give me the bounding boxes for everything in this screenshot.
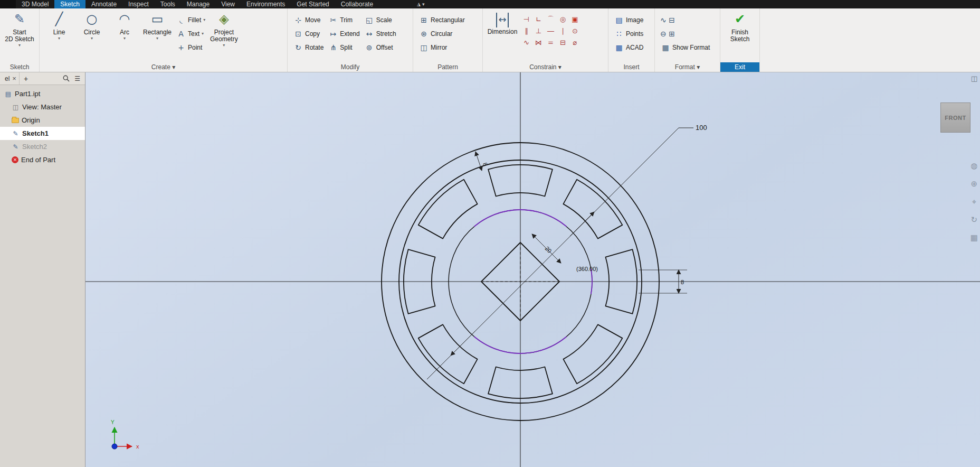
close-tab-icon[interactable]: ×	[12, 74, 16, 82]
ribbon-button-move[interactable]: ⊹Move	[291, 13, 326, 27]
ribbon-button-lock-constraint[interactable]: ▣	[569, 14, 581, 25]
menu-tab-get-started[interactable]: Get Started	[291, 0, 335, 8]
dimension-slot-width-label[interactable]: 8	[482, 162, 489, 166]
ribbon-button-parallel-constraint[interactable]: ∥	[521, 26, 532, 36]
chevron-down-icon: ▾	[223, 43, 225, 48]
ribbon-button-fix-constraint[interactable]: ◎	[557, 14, 568, 25]
ribbon-button-offset[interactable]: ⊚Offset	[362, 41, 398, 54]
ribbon-button-point[interactable]: +Point	[174, 41, 207, 54]
ribbon-group-content: ╱Line▾○Circle▾◠Arc▾▭Rectangle▾◟Fillet▾AT…	[40, 8, 287, 62]
browser-item-view-master[interactable]: ◫View: Master	[0, 100, 85, 114]
ribbon-button-finish-sketch[interactable]: ✔FinishSketch	[724, 10, 756, 43]
ribbon-group-label[interactable]: Create ▾	[40, 62, 287, 72]
chevron-down-icon: ▾	[156, 36, 158, 41]
look-at-icon[interactable]: ▦	[971, 233, 978, 242]
ribbon-button-rotate[interactable]: ↻Rotate	[291, 41, 326, 54]
ribbon-button-vertical-constraint[interactable]: ∣	[557, 26, 568, 36]
dimension-diameter[interactable]: 100	[427, 124, 707, 379]
ribbon-button-show-constraints[interactable]: ⊟	[557, 38, 568, 48]
browser-menu-icon[interactable]: ☰	[72, 75, 83, 82]
menu-tab-environments[interactable]: Environments	[241, 0, 291, 8]
ribbon-button-tangent-constraint[interactable]: ⊙	[569, 26, 581, 36]
ribbon-button-mirror[interactable]: ◫Mirror	[416, 41, 467, 54]
ribbon-button-project-geometry[interactable]: ◈ProjectGeometry▾	[207, 10, 240, 48]
menu-tab-view[interactable]: View	[215, 0, 241, 8]
browser-item-label: Sketch2	[22, 143, 47, 151]
ribbon-button-line[interactable]: ╱Line▾	[43, 10, 75, 41]
ribbon-button-equal-constraint[interactable]: =	[545, 38, 556, 48]
ribbon-button-start-2d-sketch[interactable]: ✎Start2D Sketch▾	[3, 10, 36, 48]
ribbon-button-points[interactable]: ∷Points	[612, 27, 645, 41]
dimension-slot-height-label[interactable]: 8	[681, 279, 684, 285]
ribbon-button-arc[interactable]: ◠Arc▾	[108, 10, 141, 41]
app-logo[interactable]	[0, 0, 16, 8]
ribbon-button-fillet[interactable]: ◟Fillet▾	[174, 13, 207, 27]
ribbon-button-dimension[interactable]: ↔Dimension	[486, 10, 519, 35]
ribbon-button-text[interactable]: AText▾	[174, 27, 207, 41]
browser-item-end-of-part[interactable]: ×End of Part	[0, 153, 85, 166]
ribbon-button-trim[interactable]: ✂Trim	[326, 13, 361, 27]
ribbon-button-stretch[interactable]: ↔Stretch	[362, 27, 398, 41]
ribbon-button-centerline-toggle[interactable]: ⊖ ⊞	[658, 27, 712, 41]
menu-tab-sketch[interactable]: Sketch	[54, 0, 85, 8]
slot-4[interactable]	[418, 180, 478, 239]
origin-point[interactable]	[112, 444, 117, 449]
ribbon-button-symmetric-constraint[interactable]: ⋈	[533, 38, 544, 48]
sketch-canvas[interactable]: 100 20 (360.00) 8	[85, 72, 980, 467]
ribbon-button-rectangle[interactable]: ▭Rectangle▾	[141, 10, 174, 41]
ribbon-button-concentric-constraint[interactable]: ⌒	[545, 14, 556, 25]
menu-tab-tools[interactable]: Tools	[155, 0, 181, 8]
ribbon-button-smooth-constraint[interactable]: ∿	[521, 38, 532, 48]
pan-icon[interactable]: ⊕	[971, 179, 978, 189]
circle-icon: ○	[87, 11, 98, 28]
menu-tab-inspect[interactable]: Inspect	[122, 0, 155, 8]
search-icon[interactable]	[61, 75, 72, 82]
viewcube-front-face[interactable]: FRONT	[945, 115, 966, 121]
ribbon-group-label[interactable]: Constrain ▾	[483, 62, 608, 72]
slot-2[interactable]	[563, 180, 622, 239]
ribbon-button-constraint-settings[interactable]: ⌀	[569, 38, 581, 48]
menu-tab-annotate[interactable]: Annotate	[85, 0, 122, 8]
ribbon-group-label[interactable]: Pattern	[413, 62, 482, 72]
ribbon-group-label[interactable]: Format ▾	[655, 62, 720, 72]
ribbon-button-coincident-constraint[interactable]: ⊣	[521, 14, 532, 25]
dimension-square-label[interactable]: 20	[544, 245, 553, 254]
ribbon-button-circular-pattern[interactable]: ⊛Circular	[416, 27, 467, 41]
slot-6[interactable]	[418, 324, 478, 384]
ribbon-button-rectangular-pattern[interactable]: ⊞Rectangular	[416, 13, 467, 27]
ribbon-button-acad[interactable]: ▦ACAD	[612, 41, 645, 54]
ribbon-button-show-format[interactable]: ▦Show Format	[658, 41, 712, 54]
browser-tab[interactable]: el ×	[2, 72, 20, 85]
ribbon-group-label[interactable]: Insert	[608, 62, 654, 72]
ribbon-group-label[interactable]: Sketch	[0, 62, 39, 72]
add-tab-button[interactable]: +	[20, 74, 32, 83]
canvas-maximize-icon[interactable]: ◫	[971, 74, 977, 82]
zoom-icon[interactable]: ⌖	[971, 197, 978, 207]
ribbon-button-construction-toggle[interactable]: ∿ ⊟	[658, 13, 712, 27]
ribbon-button-circle[interactable]: ○Circle▾	[75, 10, 108, 41]
navigation-wheel-icon[interactable]: ◍	[971, 161, 978, 171]
ribbon-button-image[interactable]: ▤Image	[612, 13, 645, 27]
browser-item-part1-ipt[interactable]: ▤Part1.ipt	[0, 87, 85, 100]
ribbon-group-label[interactable]: Exit	[720, 62, 759, 72]
menu-tab-manage[interactable]: Manage	[181, 0, 215, 8]
browser-item-sketch1[interactable]: ✎Sketch1	[0, 127, 85, 140]
menu-tab-3d-model[interactable]: 3D Model	[16, 0, 54, 8]
viewcube[interactable]: FRONT	[940, 102, 971, 133]
ribbon-button-extend[interactable]: ↦Extend	[326, 27, 361, 41]
browser-item-sketch2[interactable]: ✎Sketch2	[0, 140, 85, 153]
ribbon-button-scale[interactable]: ◱Scale	[362, 13, 398, 27]
dimension-angle-label[interactable]: (360.00)	[576, 266, 598, 272]
ribbon-button-copy[interactable]: ⊡Copy	[291, 27, 326, 41]
ribbon-group-label[interactable]: Modify	[288, 62, 413, 72]
ribbon-button-split[interactable]: ⋔Split	[326, 41, 361, 54]
dimension-diameter-label[interactable]: 100	[696, 124, 707, 132]
menu-tab-collaborate[interactable]: Collaborate	[335, 0, 379, 8]
ribbon-button-collinear-constraint[interactable]: ∟	[533, 14, 544, 25]
orbit-icon[interactable]: ↻	[971, 215, 978, 225]
menubar-badge-icon[interactable]: ◮ ▾	[413, 0, 429, 8]
ribbon-button-perpendicular-constraint[interactable]: ⊥	[533, 26, 544, 36]
slot-8[interactable]	[563, 324, 622, 384]
ribbon-button-horizontal-constraint[interactable]: ―	[545, 26, 556, 36]
browser-item-origin[interactable]: Origin	[0, 114, 85, 127]
